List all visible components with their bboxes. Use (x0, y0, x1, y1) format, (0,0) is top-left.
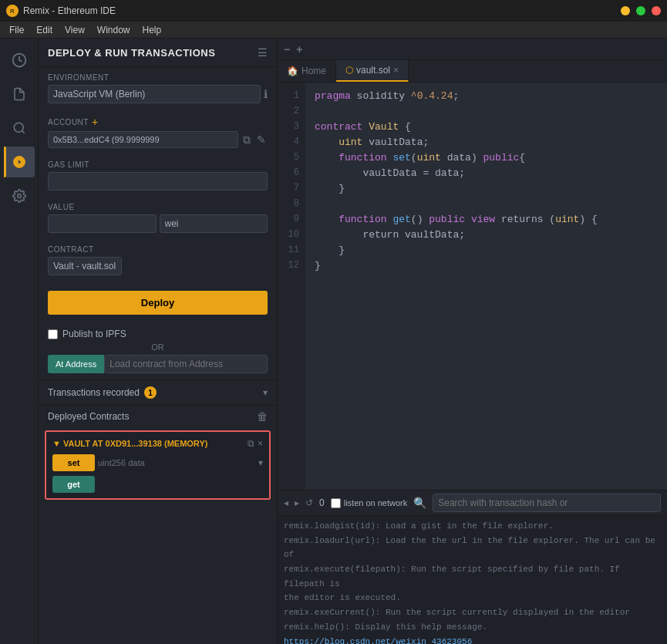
console-search-icon[interactable]: 🔍 (413, 497, 426, 509)
deploy-panel-title: DEPLOY & RUN TRANSACTIONS (48, 47, 215, 59)
at-address-button[interactable]: At Address (48, 355, 104, 373)
svg-point-1 (14, 123, 23, 132)
close-btn[interactable] (652, 6, 661, 15)
trash-icon[interactable]: 🗑 (257, 410, 268, 423)
set-function-row: set uint256 data ▾ (49, 452, 266, 474)
contract-label: CONTRACT (48, 245, 268, 254)
edit-account-btn[interactable]: ✎ (255, 132, 268, 147)
console-forward-icon[interactable]: ▸ (295, 497, 299, 508)
get-function-row: get (49, 474, 266, 495)
listen-network-checkbox[interactable] (331, 498, 341, 508)
main-layout: → DEPLOY & RUN TRANSACTIONS ☰ ENVIRONMEN… (0, 39, 667, 644)
copy-account-btn[interactable]: ⧉ (241, 132, 252, 148)
minimize-btn[interactable] (621, 6, 630, 15)
console-line-4: the editor is executed. (284, 591, 661, 605)
home-tab-icon: 🏠 (287, 66, 298, 76)
gas-limit-input[interactable]: 3000000 (48, 172, 268, 191)
code-toolbar: − + (278, 39, 667, 60)
publish-ipfs-checkbox[interactable] (48, 329, 58, 339)
add-account-btn[interactable]: + (92, 116, 98, 128)
set-function-btn[interactable]: set (52, 454, 95, 471)
zoom-out-btn[interactable]: − (284, 43, 290, 56)
deployed-contract-header: ▼ VAULT AT 0XD91...39138 (MEMORY) ⧉ × (49, 435, 266, 452)
sidebar-item-search[interactable] (4, 113, 35, 143)
bottom-panel: ◂ ▸ ↺ 0 listen on network 🔍 remix.loadgi… (278, 490, 667, 644)
deployed-contract-actions: ⧉ × (248, 438, 263, 449)
console-line-6: remix.help(): Display this help message. (284, 620, 661, 635)
value-unit-select[interactable]: wei gwei ether (160, 214, 268, 233)
menu-view[interactable]: View (59, 23, 91, 37)
copy-contract-icon[interactable]: ⧉ (248, 438, 254, 449)
value-label: VALUE (48, 203, 268, 211)
value-section: VALUE 0 wei gwei ether (39, 197, 277, 239)
code-line-12: } (315, 258, 658, 274)
app-icon: R (6, 5, 19, 17)
tab-bar: 🏠 Home ⬡ vault.sol × (278, 60, 667, 83)
deploy-panel-header: DEPLOY & RUN TRANSACTIONS ☰ (39, 39, 277, 67)
get-function-btn[interactable]: get (52, 476, 95, 493)
publish-ipfs-label[interactable]: Publish to IPFS (62, 329, 126, 339)
zoom-in-btn[interactable]: + (296, 43, 302, 56)
deployed-contracts-row: Deployed Contracts 🗑 (39, 405, 277, 427)
sidebar-item-tools[interactable] (4, 180, 35, 211)
publish-section: Publish to IPFS OR At Address (39, 324, 277, 379)
sidebar-item-deploy[interactable]: → (4, 147, 35, 177)
console-search-input[interactable] (433, 494, 661, 512)
set-function-chevron-icon[interactable]: ▾ (258, 457, 263, 468)
value-input[interactable]: 0 (48, 214, 157, 233)
environment-select[interactable]: JavaScript VM (Berlin) JavaScript VM (Lo… (48, 85, 261, 103)
transactions-recorded-row[interactable]: Transactions recorded 1 ▾ (39, 379, 277, 405)
menu-window[interactable]: Window (91, 23, 136, 37)
at-address-row: At Address (48, 355, 268, 373)
tab-home-label: Home (301, 66, 326, 76)
environment-row: JavaScript VM (Berlin) JavaScript VM (Lo… (48, 85, 268, 103)
code-line-1: pragma solidity ^0.4.24; (315, 89, 658, 104)
value-row: 0 wei gwei ether (48, 214, 268, 233)
gas-limit-section: GAS LIMIT 3000000 (39, 154, 277, 197)
transactions-label: Transactions recorded 1 (48, 386, 157, 399)
tab-vault-close-btn[interactable]: × (393, 65, 399, 76)
environment-label: ENVIRONMENT (48, 73, 268, 82)
icon-sidebar: → (0, 39, 39, 644)
deployed-contract-title[interactable]: ▼ VAULT AT 0XD91...39138 (MEMORY) (52, 439, 207, 448)
svg-point-3 (17, 194, 21, 198)
menubar: File Edit View Window Help (0, 22, 667, 39)
sidebar-item-home[interactable] (4, 45, 35, 76)
code-line-9: function get() public view returns (uint… (315, 212, 658, 228)
deploy-panel-menu-icon[interactable]: ☰ (258, 46, 268, 59)
code-content[interactable]: pragma solidity ^0.4.24; contract Vault … (305, 83, 667, 490)
account-select[interactable]: 0x5B3...eddC4 (99.9999999 (48, 131, 238, 148)
listen-network-label[interactable]: listen on network (344, 498, 408, 507)
tab-home[interactable]: 🏠 Home (278, 61, 336, 81)
at-address-input[interactable] (104, 355, 268, 373)
console-line-5: remix.exeCurrent(): Run the script curre… (284, 605, 661, 620)
sidebar-item-files[interactable] (4, 79, 35, 110)
publish-checkbox-row: Publish to IPFS (48, 329, 268, 339)
code-line-2 (315, 104, 658, 120)
environment-info-icon[interactable]: ℹ (264, 88, 268, 100)
code-line-7: } (315, 181, 658, 197)
contract-select[interactable]: Vault - vault.sol (48, 257, 122, 275)
vault-tab-icon: ⬡ (345, 65, 353, 76)
menu-edit[interactable]: Edit (30, 23, 59, 37)
console-history-icon[interactable]: ↺ (305, 497, 313, 508)
menu-file[interactable]: File (3, 23, 30, 37)
console-line-7[interactable]: https://blog.csdn.net/weixin_43623056 (284, 635, 661, 645)
account-label: ACCOUNT + (48, 116, 268, 128)
window-controls (621, 6, 661, 15)
gas-limit-label: GAS LIMIT (48, 160, 268, 169)
console-back-icon[interactable]: ◂ (284, 497, 288, 508)
svg-line-2 (22, 130, 24, 133)
tab-vault-label: vault.sol (356, 65, 390, 76)
tab-vault[interactable]: ⬡ vault.sol × (336, 60, 409, 82)
transactions-chevron-icon: ▾ (263, 387, 268, 398)
code-line-8 (315, 197, 658, 212)
environment-section: ENVIRONMENT JavaScript VM (Berlin) JavaS… (39, 67, 277, 110)
transactions-badge: 1 (144, 386, 157, 399)
console-toolbar: ◂ ▸ ↺ 0 listen on network 🔍 (278, 491, 667, 516)
maximize-btn[interactable] (636, 6, 645, 15)
close-contract-icon[interactable]: × (258, 438, 263, 449)
menu-help[interactable]: Help (136, 23, 168, 37)
deploy-button[interactable]: Deploy (48, 291, 268, 315)
console-line-2: remix.loadurl(url): Load the the url in … (284, 534, 661, 562)
